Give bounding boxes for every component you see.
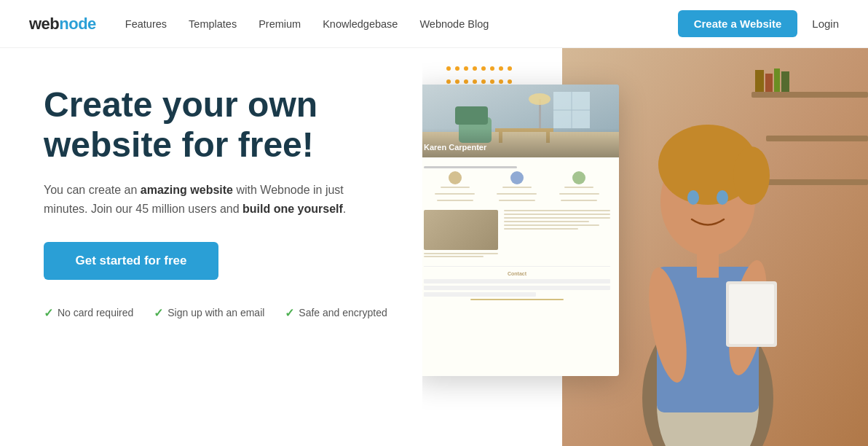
check-icon-1: ✓ (44, 306, 53, 320)
trust-badges: ✓ No card required ✓ Sign up with an ema… (44, 306, 393, 320)
nav-features[interactable]: Features (125, 18, 167, 30)
nav-premium[interactable]: Premium (259, 18, 301, 30)
nav-knowledgebase[interactable]: Knowledgebase (323, 18, 398, 30)
get-started-button[interactable]: Get started for free (44, 242, 218, 280)
hero-right: (function(){ const container = document.… (422, 48, 868, 446)
svg-rect-28 (499, 132, 502, 143)
hero-left: Create your own website for free! You ca… (0, 48, 422, 446)
trust-no-card: ✓ No card required (44, 306, 133, 320)
logo[interactable]: webnode (29, 15, 96, 34)
svg-rect-6 (765, 74, 773, 92)
svg-rect-29 (546, 132, 550, 143)
svg-point-16 (733, 146, 770, 205)
svg-rect-21 (697, 249, 719, 278)
trust-label-1: No card required (58, 307, 133, 318)
preview-contact-section: Contact (424, 266, 610, 300)
trust-email: ✓ Sign up with an email (154, 306, 264, 320)
preview-icons-row (424, 171, 610, 204)
trust-encrypted: ✓ Safe and encrypted (285, 306, 387, 320)
main-content: Create your own website for free! You ca… (0, 48, 868, 446)
preview-icon-3 (559, 171, 599, 204)
preview-header-image: Karen Carpenter (422, 85, 619, 157)
nav-blog[interactable]: Webnode Blog (419, 18, 489, 30)
svg-point-17 (687, 190, 699, 205)
create-website-button[interactable]: Create a Website (678, 10, 798, 37)
trust-label-3: Safe and encrypted (299, 307, 387, 318)
trust-label-2: Sign up with an email (167, 307, 264, 318)
preview-left-col (424, 210, 498, 260)
hero-subtitle: You can create an amazing website with W… (44, 181, 364, 218)
svg-rect-5 (755, 70, 764, 92)
svg-rect-27 (495, 128, 553, 132)
check-icon-2: ✓ (154, 306, 163, 320)
preview-contact-title: Contact (424, 271, 610, 276)
svg-rect-2 (751, 92, 868, 98)
website-preview-card: Karen Carpenter (422, 85, 619, 376)
check-icon-3: ✓ (285, 306, 294, 320)
svg-rect-20 (729, 284, 774, 344)
login-button[interactable]: Login (812, 17, 839, 30)
preview-icon-2 (497, 171, 537, 204)
nav-templates[interactable]: Templates (189, 18, 237, 30)
header-right: Create a Website Login (678, 10, 839, 37)
svg-point-18 (717, 190, 728, 205)
svg-rect-26 (455, 106, 488, 125)
preview-two-col (424, 210, 610, 260)
svg-rect-3 (766, 136, 868, 141)
svg-point-31 (529, 93, 551, 105)
preview-right-col (504, 210, 610, 260)
svg-rect-7 (774, 69, 780, 92)
preview-person-name: Karen Carpenter (424, 143, 486, 152)
preview-body: Contact (422, 157, 619, 311)
site-header: webnode Features Templates Premium Knowl… (0, 0, 868, 48)
hero-title: Create your own website for free! (44, 85, 393, 165)
main-nav: Features Templates Premium Knowledgebase… (125, 18, 678, 30)
preview-icon-1 (435, 171, 475, 204)
svg-rect-8 (781, 71, 789, 92)
